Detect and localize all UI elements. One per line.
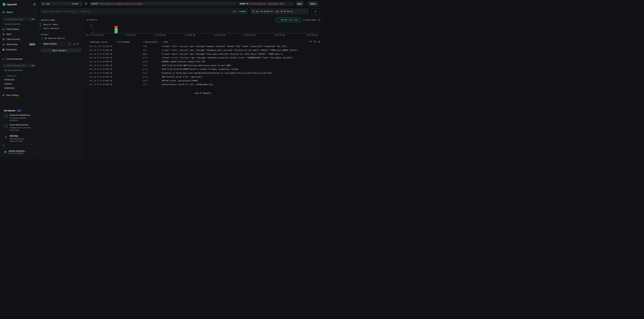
code-view-icon[interactable] xyxy=(310,40,312,43)
select-query-input[interactable]: SELECT Timestamp,ServiceName,SeverityTex… xyxy=(90,1,237,6)
analysis-mode-event-patterns[interactable]: Event Patterns xyxy=(40,26,84,30)
expand-row-icon[interactable]: ❯ xyxy=(86,61,88,62)
preset-item-services[interactable]: Services xyxy=(0,82,38,86)
log-row[interactable]: ❯Dec 10 9:51:30.000 AMerror2025-12-09 22… xyxy=(84,67,322,71)
save-button[interactable]: Save xyxy=(296,1,303,6)
get-started-step-sources[interactable]: Create Data Sources Configure where your… xyxy=(4,124,34,131)
log-row[interactable]: ❯Dec 10 9:51:30.000 AMerror[ERROR] Lambd… xyxy=(84,60,322,63)
get-started-step-add-data[interactable]: 3 Add Data Start sending logs, metrics, … xyxy=(4,135,34,142)
x-tick-label: 10:05:00 AM xyxy=(300,34,322,36)
collapse-sidebar-icon[interactable] xyxy=(33,3,36,6)
log-row[interactable]: ❯Dec 10 9:51:30.000 AMinfo{"level":"info… xyxy=(84,44,322,48)
bar-segment-warn[interactable] xyxy=(114,29,118,29)
cell-body: Authentication failed for user: john@exa… xyxy=(162,83,322,85)
log-row[interactable]: ❯Dec 10 9:51:30.000 AMinfo404 Not Found:… xyxy=(84,79,322,82)
sidebar-header: HyperDX xyxy=(0,0,38,7)
help-button[interactable]: ? xyxy=(1,144,6,148)
log-rows: ❯Dec 10 9:51:30.000 AMinfo{"level":"info… xyxy=(84,44,322,86)
more-filters-button[interactable]: More filters xyxy=(40,48,82,52)
y-axis-top-tick xyxy=(93,25,94,25)
search-input[interactable]: Search your events w/ Lucene ex. column:… xyxy=(40,8,248,14)
expand-row-icon[interactable]: ❯ xyxy=(86,83,88,85)
no-saved-dashboards-text: No saved dashboards xyxy=(0,67,38,73)
sidebar-item-label: Team Settings xyxy=(6,94,19,96)
row-divider xyxy=(88,76,88,78)
get-started-step-connect[interactable]: Connect to ClickHouse Set up your databa… xyxy=(4,114,34,121)
log-row[interactable]: ❯Dec 10 9:51:30.000 AMinfo{"level":"info… xyxy=(84,48,322,52)
expand-row-icon[interactable]: ❯ xyxy=(86,68,88,70)
column-header-servicename[interactable]: ⠿ServiceName xyxy=(116,41,143,44)
sidebar: HyperDX Search Saved Searches ⌘K No save… xyxy=(0,0,38,159)
sidebar-item-dashboards[interactable]: Dashboards xyxy=(0,47,38,52)
x-tick-label: 10:02:30 AM xyxy=(268,34,291,36)
sidebar-item-alerts[interactable]: Alerts xyxy=(0,32,38,37)
user-menu[interactable]: D dominic.tran@clic... dominic.tran@clic… xyxy=(2,149,36,155)
expand-row-icon[interactable]: ❯ xyxy=(86,72,88,74)
log-row[interactable]: ❯Dec 10 9:51:30.000 AMinfo2025-12-09 22:… xyxy=(84,63,322,67)
download-icon[interactable] xyxy=(318,40,320,43)
saved-searches-input[interactable]: Saved Searches ⌘K xyxy=(2,17,36,21)
expand-row-icon[interactable]: ❯ xyxy=(86,57,88,58)
drag-handle-icon[interactable]: ⠿ xyxy=(162,41,163,43)
cell-body: 500 Internal Server Error: /api/orders xyxy=(162,76,322,78)
saved-dashboards-input[interactable]: Saved Dashboards ⌘K xyxy=(2,63,36,67)
sidebar-item-service-map[interactable]: Service Map BETA xyxy=(0,42,38,47)
resume-live-tail-button[interactable]: Resume Live Tail xyxy=(276,17,300,22)
create-dashboard-button[interactable]: Create Dashboard xyxy=(0,56,38,61)
source-select[interactable]: Logs Schema xyxy=(40,1,82,6)
expand-row-icon[interactable]: ❯ xyxy=(86,80,88,81)
chevron-up-icon[interactable] xyxy=(34,11,36,13)
log-row[interactable]: ❯Dec 10 9:51:30.000 AMwarn{"level":"warn… xyxy=(84,52,322,56)
expand-row-icon[interactable]: ❯ xyxy=(86,53,88,55)
pin-icon[interactable] xyxy=(76,43,78,45)
expand-row-icon[interactable]: ❯ xyxy=(86,64,88,66)
sidebar-item-chart-explorer[interactable]: Chart Explorer xyxy=(0,27,38,32)
preset-item-kubernetes[interactable]: Kubernetes xyxy=(0,86,38,90)
sidebar-item-team-settings[interactable]: ⚙ Team Settings xyxy=(0,93,38,98)
wrap-text-icon[interactable] xyxy=(314,40,316,43)
filter-field-severitytext[interactable]: SeverityText xyxy=(42,42,72,46)
presets-section-toggle[interactable]: PRESETS xyxy=(0,73,38,77)
bar-segment-info[interactable] xyxy=(114,29,118,33)
mode-toggle-lucene[interactable]: Lucene xyxy=(239,10,246,12)
preset-item-clickhouse[interactable]: ClickHouse xyxy=(0,77,38,82)
y-tick-label: 0 xyxy=(88,32,92,34)
time-range-picker[interactable]: Dec 10 09:50:13 - Dec 10 10:05:13 xyxy=(250,8,309,14)
order-by-input[interactable]: ORDER BY (TimestampTime, Timestamp) DESC xyxy=(238,1,294,6)
mode-toggle-sql[interactable]: SQL xyxy=(233,10,236,12)
analysis-mode-results-table[interactable]: Results Table xyxy=(40,23,84,26)
source-settings-button[interactable]: ⚙ xyxy=(84,2,88,6)
bar-chart-icon[interactable] xyxy=(73,43,75,45)
log-row[interactable]: ❯Dec 10 9:51:30.000 AMinfoException in t… xyxy=(84,71,322,75)
x-tick-label: 9:54:30 AM xyxy=(148,34,172,36)
log-row[interactable]: ❯Dec 10 9:51:30.000 AMinfoAuthentication… xyxy=(84,82,322,86)
row-divider xyxy=(88,45,88,47)
drag-handle-icon[interactable]: ⠿ xyxy=(143,41,144,43)
row-divider xyxy=(88,83,88,85)
chevron-up-icon[interactable] xyxy=(32,109,34,112)
chevron-up-icon[interactable] xyxy=(34,48,36,51)
row-divider xyxy=(88,80,88,82)
check-circle-icon xyxy=(4,114,8,118)
expand-row-icon[interactable]: ❯ xyxy=(86,49,88,51)
y-axis xyxy=(93,25,93,33)
expand-row-icon[interactable]: ❯ xyxy=(86,45,88,47)
denoise-checkbox[interactable] xyxy=(41,37,43,39)
expand-row-icon[interactable]: ❯ xyxy=(86,76,88,78)
column-header-body[interactable]: ⠿Body xyxy=(162,41,322,44)
gear-icon: ⚙ xyxy=(85,2,87,5)
run-query-button[interactable] xyxy=(311,8,320,14)
alerts-button[interactable]: Alerts xyxy=(308,1,318,6)
log-row[interactable]: ❯Dec 10 9:51:30.000 AMerror{"level":"err… xyxy=(84,56,322,60)
column-header-severitytext[interactable]: ⠿SeverityText xyxy=(143,41,162,44)
user-email: dominic.tran@clickh... xyxy=(8,152,26,154)
bar-segment-error[interactable] xyxy=(114,26,118,29)
log-row[interactable]: ❯Dec 10 9:51:30.000 AMerror500 Internal … xyxy=(84,75,322,79)
cell-timestamp: Dec 10 9:51:30.000 AM xyxy=(90,80,116,82)
sidebar-item-search[interactable]: Search xyxy=(0,9,38,15)
sql-field: Body xyxy=(138,3,143,5)
column-header-timestamp[interactable]: Timestamp (Local) xyxy=(90,41,116,44)
drag-handle-icon[interactable]: ⠿ xyxy=(116,41,117,43)
sidebar-item-client-sessions[interactable]: Client Sessions xyxy=(0,37,38,42)
expand-filter-icon[interactable]: › xyxy=(40,43,41,45)
